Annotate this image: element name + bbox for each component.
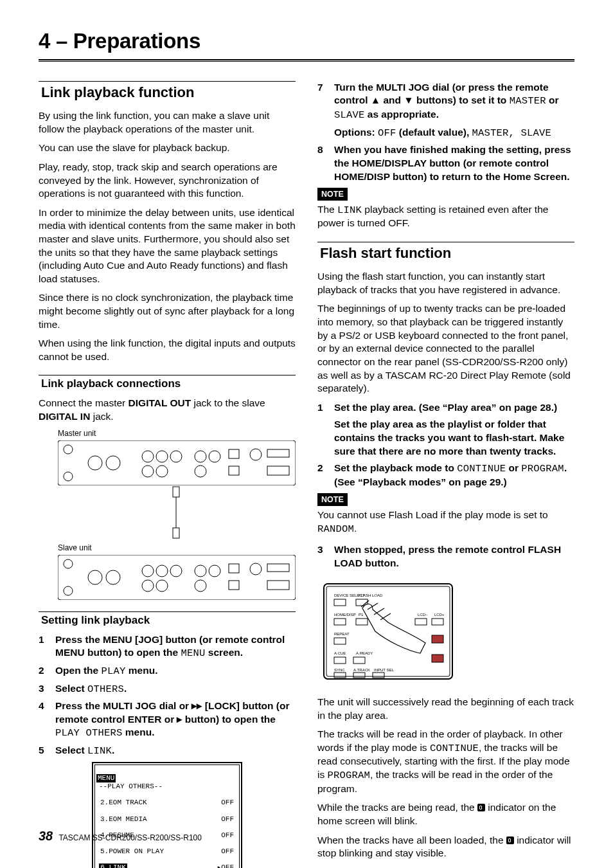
subsection-setting-link: Setting link playback [39, 611, 296, 628]
note-label: NOTE [317, 188, 348, 201]
note-text: The LINK playback setting is retained ev… [317, 203, 574, 230]
step-text: Press the MENU [JOG] button (or remote c… [55, 633, 296, 660]
rear-panel-master-diagram [58, 440, 296, 485]
section-flash-start: Flash start function [320, 244, 574, 262]
svg-rect-20 [173, 528, 179, 538]
page-number: 38 [39, 829, 53, 843]
step-text: Select LINK. [55, 744, 296, 758]
caption-slave: Slave unit [58, 543, 296, 554]
step-number: 7 [317, 81, 334, 140]
svg-rect-66 [432, 655, 443, 662]
note-text: You cannot use Flash Load if the play mo… [317, 509, 574, 536]
rear-panel-slave-diagram [58, 555, 296, 600]
step-number: 2 [317, 462, 334, 489]
svg-text:LCD+: LCD+ [434, 613, 445, 617]
subsection-connections: Link playback connections [39, 375, 296, 392]
body-text: You can use the slave for playback backu… [39, 141, 296, 155]
body-text: When the tracks have all been loaded, th… [317, 834, 574, 860]
cable-diagram [58, 485, 296, 539]
svg-text:A.CUE: A.CUE [334, 651, 346, 655]
svg-text:INPUT SEL: INPUT SEL [374, 668, 395, 672]
chapter-rule [39, 59, 574, 62]
body-text: The unit will successively read the begi… [317, 696, 574, 722]
step-number: 1 [39, 633, 55, 660]
body-text: The tracks will be read in the order of … [317, 728, 574, 795]
svg-text:SYNC: SYNC [334, 668, 345, 672]
body-text: When using the link function, the digita… [39, 337, 296, 363]
body-text: By using the link function, you can make… [39, 109, 296, 136]
step-text: Turn the MULTI JOG dial (or press the re… [334, 81, 574, 140]
svg-text:REPEAT: REPEAT [334, 632, 350, 636]
step-number: 8 [317, 143, 334, 183]
step-number: 4 [39, 700, 55, 740]
step-text: When you have finished making the settin… [334, 143, 574, 183]
svg-text:A.READY: A.READY [356, 651, 373, 655]
step-number: 3 [39, 682, 55, 696]
section-rule [39, 81, 296, 82]
step-text: Press the MULTI JOG dial or ▸▸ [LOCK] bu… [55, 700, 296, 740]
svg-rect-65 [432, 635, 443, 643]
section-link-playback: Link playback function [41, 83, 296, 102]
footer-model: TASCAM SS-CDR200/SS-R200/SS-R100 [58, 833, 202, 842]
body-text: In order to minimize the delay between u… [39, 206, 296, 286]
body-text: The beginnings of up to twenty tracks ca… [317, 302, 574, 395]
step-text: Open the PLAY menu. [55, 664, 296, 678]
step-text: Set the play area. (See “Play area” on p… [334, 401, 574, 458]
step-number: 3 [317, 543, 334, 570]
svg-text:P1: P1 [359, 613, 364, 617]
step-text: Set the playback mode to CONTINUE or PRO… [334, 462, 574, 489]
svg-text:LCD–: LCD– [418, 613, 428, 617]
step-text: When stopped, press the remote control F… [334, 543, 574, 570]
body-text: Since there is no clock synchronization,… [39, 291, 296, 331]
body-text: Using the flash start function, you can … [317, 270, 574, 296]
step-number: 5 [39, 744, 55, 758]
svg-text:HOME/DISP: HOME/DISP [334, 613, 356, 617]
step-text: Select OTHERS. [55, 682, 296, 696]
caption-master: Master unit [58, 429, 296, 439]
flash-indicator-icon [477, 804, 485, 811]
step-number: 2 [39, 664, 55, 678]
menu-screenshot: MENU --PLAY OTHERS-- 2.EOM TRACKOFF 3.EO… [92, 762, 242, 868]
note-label: NOTE [317, 493, 348, 506]
svg-rect-21 [58, 555, 296, 600]
svg-text:FLASH LOAD: FLASH LOAD [359, 593, 383, 597]
svg-rect-18 [173, 487, 179, 497]
chapter-title: 4 – Preparations [39, 27, 574, 55]
step-number: 1 [317, 401, 334, 458]
body-text: While the tracks are being read, the ind… [317, 801, 574, 827]
svg-rect-0 [58, 440, 296, 485]
section-rule [317, 242, 574, 242]
body-text: Connect the master DIGITAL OUT jack to t… [39, 397, 296, 423]
body-text: Play, ready, stop, track skip and search… [39, 161, 296, 201]
flash-indicator-icon [506, 836, 514, 844]
remote-control-diagram: DEVICE SELECT FLASH LOAD HOME/DISP P1 LC… [317, 580, 459, 683]
svg-text:A.TRACK: A.TRACK [353, 668, 370, 672]
page-footer: 38 TASCAM SS-CDR200/SS-R200/SS-R100 [39, 827, 202, 845]
